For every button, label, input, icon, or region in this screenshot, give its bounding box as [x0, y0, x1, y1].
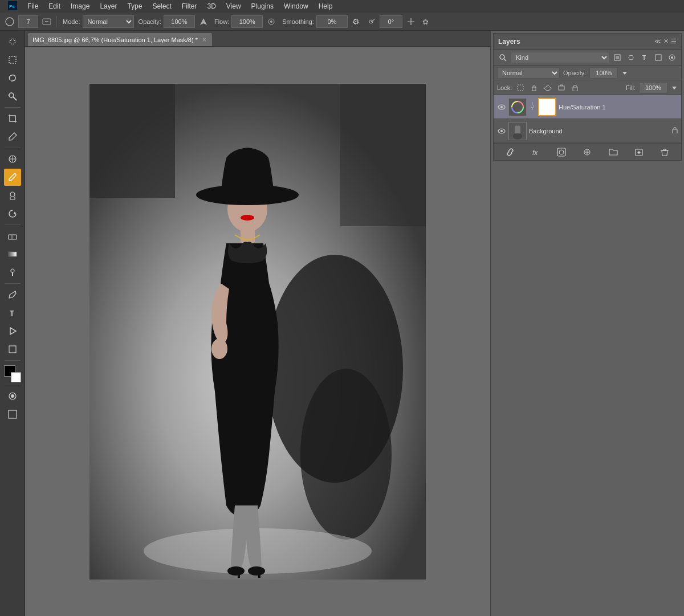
move-tool-btn[interactable]	[4, 33, 21, 50]
document-tab[interactable]: IMG_6805.jpg @ 66,7% (Hue/Saturation 1, …	[27, 32, 213, 46]
new-layer-btn[interactable]	[633, 146, 645, 158]
eraser-tool-btn[interactable]	[4, 227, 21, 244]
lasso-tool-btn[interactable]	[4, 70, 21, 87]
lock-artboard-icon[interactable]	[556, 83, 567, 93]
screen-mode-btn[interactable]	[4, 406, 21, 423]
mode-label: Mode:	[63, 18, 80, 25]
angle-input[interactable]: 0°	[380, 15, 402, 28]
filter-adjustment-icon[interactable]	[625, 52, 637, 63]
menu-3d[interactable]: 3D	[202, 1, 220, 11]
magic-wand-tool-btn[interactable]	[4, 88, 21, 105]
close-panel-icon[interactable]: ✕	[663, 38, 669, 45]
layers-panel: Layers ≪ ✕ ☰ Kind	[493, 33, 682, 161]
flow-input[interactable]: 100%	[231, 15, 263, 28]
svg-line-11	[13, 97, 17, 100]
opacity-value-input[interactable]: 100%	[589, 67, 618, 79]
menu-file[interactable]: File	[23, 1, 43, 11]
dodge-tool-btn[interactable]	[4, 264, 21, 281]
menu-filter[interactable]: Filter	[177, 1, 202, 11]
svg-point-73	[559, 150, 564, 154]
menu-window[interactable]: Window	[279, 1, 313, 11]
always-use-pressure-icon[interactable]	[197, 15, 210, 28]
layer-hue-saturation[interactable]: Hue/Saturation 1	[494, 95, 681, 119]
svg-rect-53	[656, 55, 661, 60]
menu-image[interactable]: Image	[66, 1, 94, 11]
menu-edit[interactable]: Edit	[44, 1, 65, 11]
shape-tool-btn[interactable]	[4, 341, 21, 358]
menu-view[interactable]: View	[222, 1, 246, 11]
svg-rect-59	[573, 87, 577, 91]
svg-rect-31	[9, 410, 17, 418]
quick-mask-btn[interactable]	[4, 387, 21, 405]
lock-image-icon[interactable]	[529, 83, 539, 93]
menu-help[interactable]: Help	[314, 1, 337, 11]
menu-plugins[interactable]: Plugins	[247, 1, 278, 11]
pen-tool-btn[interactable]	[4, 286, 21, 303]
selection-tool-btn[interactable]	[4, 51, 21, 68]
layer-visibility-bg[interactable]	[497, 127, 506, 136]
heal-tool-btn[interactable]	[4, 150, 21, 168]
svg-point-47	[500, 55, 504, 59]
menu-select[interactable]: Select	[148, 1, 176, 11]
clone-tool-btn[interactable]	[4, 187, 21, 204]
background-color[interactable]	[11, 372, 21, 382]
svg-rect-50	[616, 56, 619, 59]
lock-move-icon[interactable]	[543, 83, 553, 93]
layer-background[interactable]: Background	[494, 119, 681, 143]
blend-mode-select[interactable]: Normal Multiply Screen Overlay	[497, 67, 560, 79]
opacity-input[interactable]: 100%	[164, 15, 195, 28]
layers-title: Layers	[498, 38, 520, 46]
mode-select[interactable]: Normal Multiply Screen Overlay	[83, 15, 134, 28]
history-brush-tool-btn[interactable]	[4, 205, 21, 222]
canvas-content[interactable]	[25, 47, 490, 616]
delete-layer-btn[interactable]	[658, 146, 671, 158]
layer-mask-thumb[interactable]	[538, 98, 556, 116]
fill-label: Fill:	[626, 84, 636, 91]
airbrush-icon[interactable]	[265, 15, 278, 28]
tab-bar: IMG_6805.jpg @ 66,7% (Hue/Saturation 1, …	[25, 31, 490, 47]
brush-preset-icon[interactable]	[3, 15, 16, 28]
lock-label: Lock:	[497, 84, 512, 91]
menu-ps[interactable]: Ps	[3, 0, 22, 13]
filter-pixel-icon[interactable]	[612, 52, 623, 63]
main-layout: T IMG_6805.jpg @ 66,7% (Hue/Saturation 1…	[0, 31, 684, 616]
tab-close-btn[interactable]: ×	[201, 36, 207, 44]
type-tool-btn[interactable]: T	[4, 304, 21, 321]
menu-layer[interactable]: Layer	[95, 1, 121, 11]
collapse-icon[interactable]: ≪	[654, 38, 661, 45]
filter-smart-icon[interactable]	[666, 52, 678, 63]
link-layers-btn[interactable]	[504, 146, 516, 158]
smoothing-settings-icon[interactable]: ⚙	[350, 15, 363, 28]
crop-tool-btn[interactable]	[4, 110, 21, 127]
lock-row: Lock: Fill: 100%	[494, 80, 681, 95]
svg-point-6	[270, 21, 272, 23]
right-panel: Layers ≪ ✕ ☰ Kind	[490, 31, 684, 616]
svg-point-30	[11, 394, 14, 398]
add-effect-btn[interactable]: fx	[530, 146, 542, 158]
add-group-btn[interactable]	[607, 146, 620, 158]
brush-size-input[interactable]: 7	[18, 15, 38, 28]
lock-all-icon[interactable]	[570, 83, 580, 93]
brush-settings-icon[interactable]	[40, 15, 53, 28]
angle-icon[interactable]	[365, 15, 377, 28]
path-selection-tool-btn[interactable]	[4, 323, 21, 340]
layer-visibility-hue[interactable]	[497, 103, 506, 112]
lock-transparent-icon[interactable]	[515, 83, 526, 93]
filter-shape-icon[interactable]	[653, 52, 664, 63]
smoothing-input[interactable]: 0%	[316, 15, 348, 28]
menu-type[interactable]: Type	[123, 1, 146, 11]
filter-search-icon[interactable]	[497, 52, 508, 63]
symmetry-icon[interactable]	[405, 15, 417, 28]
extra-icon[interactable]: ✿	[420, 15, 432, 28]
svg-point-69	[513, 133, 522, 140]
add-mask-btn[interactable]	[555, 146, 568, 158]
add-adjustment-btn[interactable]	[581, 146, 593, 158]
panel-menu-icon[interactable]: ☰	[671, 38, 677, 45]
filter-kind-select[interactable]: Kind	[511, 52, 609, 63]
gradient-tool-btn[interactable]	[4, 246, 21, 263]
filter-type-icon[interactable]: T	[639, 52, 650, 63]
svg-rect-10	[9, 56, 16, 63]
eyedropper-tool-btn[interactable]	[4, 128, 21, 145]
fill-value-input[interactable]: 100%	[639, 82, 667, 93]
brush-tool-btn[interactable]	[4, 169, 21, 186]
